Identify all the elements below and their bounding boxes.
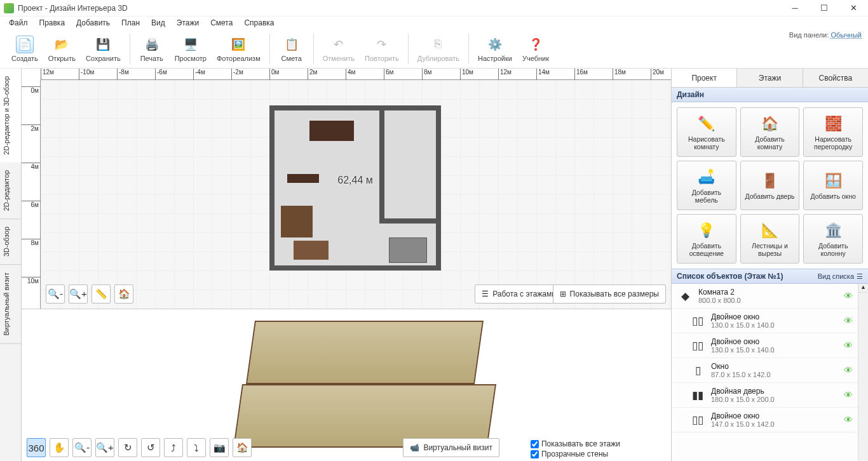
minimize-button[interactable]: ─ <box>780 0 810 17</box>
object-item-2[interactable]: ▯▯Двойное окно130.0 x 15.0 x 140.0👁 <box>672 333 858 358</box>
design-icon-4: 🚪 <box>759 171 780 190</box>
visibility-toggle[interactable]: 👁 <box>844 415 853 425</box>
vtab-1[interactable]: 2D-редактор <box>0 163 21 219</box>
design-icon-6: 💡 <box>696 221 717 240</box>
design-icon-1: 🏠 <box>759 114 780 133</box>
preview-icon: 🖥️ <box>182 36 200 53</box>
vtab-0[interactable]: 2D-редактор и 3D-обзор <box>0 69 21 163</box>
open-button[interactable]: 📂Открыть <box>43 31 81 67</box>
zoom-in-3d-button[interactable]: 🔍+ <box>95 438 114 457</box>
maximize-button[interactable]: ☐ <box>810 0 839 17</box>
design-btn-1[interactable]: 🏠Добавить комнату <box>740 107 800 157</box>
snapshot-button[interactable]: 📷 <box>210 438 229 457</box>
tilt-down-button[interactable]: ⤵ <box>187 438 206 457</box>
undo-button: ↶Отменить <box>318 31 360 67</box>
menu-Правка[interactable]: Правка <box>34 17 71 29</box>
visibility-toggle[interactable]: 👁 <box>844 291 853 301</box>
design-btn-0[interactable]: ✏️Нарисовать комнату <box>677 107 736 157</box>
design-icon-2: 🧱 <box>823 114 843 133</box>
duplicate-button: ⎘Дублировать <box>412 31 465 67</box>
scrollbar[interactable]: ▲ <box>858 284 868 461</box>
print-button[interactable]: 🖨️Печать <box>134 31 170 67</box>
design-icon-3: 🛋️ <box>696 168 717 187</box>
list-view-mode[interactable]: Вид списка ☰ <box>818 272 863 281</box>
object-icon: ◆ <box>677 288 693 304</box>
settings-button[interactable]: ⚙️Настройки <box>473 31 517 67</box>
transparent-walls-checkbox[interactable]: Прозрачные стены <box>531 450 620 458</box>
redo-icon: ↷ <box>373 36 391 53</box>
tutorial-icon: ❓ <box>527 36 545 53</box>
object-item-1[interactable]: ▯▯Двойное окно130.0 x 15.0 x 140.0👁 <box>672 309 858 333</box>
visibility-toggle[interactable]: 👁 <box>844 316 853 326</box>
settings-icon: ⚙️ <box>486 36 504 53</box>
rotate-cw-button[interactable]: ↻ <box>118 438 137 457</box>
object-item-3[interactable]: ▯Окно87.0 x 15.0 x 142.0👁 <box>672 358 858 383</box>
create-button[interactable]: 📄Создать <box>6 31 43 67</box>
close-button[interactable]: ✕ <box>839 0 868 17</box>
floor-plan[interactable]: 62,44 м <box>269 105 441 271</box>
show-all-dims-button[interactable]: ⊞ Показывать все размеры <box>553 284 666 304</box>
object-item-0[interactable]: ◆Комната 2800.0 x 800.0👁 <box>672 284 858 309</box>
zoom-in-button[interactable]: 🔍+ <box>69 284 88 304</box>
ruler-vertical: 0м2м4м6м8м10м <box>22 80 41 309</box>
toolbar: 📄Создать📂Открыть💾Сохранить🖨️Печать🖥️Прос… <box>0 29 868 69</box>
tutorial-button[interactable]: ❓Учебник <box>517 31 554 67</box>
visibility-toggle[interactable]: 👁 <box>844 365 853 375</box>
save-button[interactable]: 💾Сохранить <box>81 31 126 67</box>
virtual-visit-button[interactable]: 📹 Виртуальный визит <box>403 438 499 457</box>
vtab-2[interactable]: 3D-обзор <box>0 219 21 265</box>
orbit-button[interactable]: 360 <box>27 438 46 457</box>
right-tabs: ПроектЭтажиСвойства <box>672 69 868 88</box>
rotate-ccw-button[interactable]: ↺ <box>141 438 160 457</box>
menu-Этажи[interactable]: Этажи <box>172 17 204 29</box>
design-btn-2[interactable]: 🧱Нарисовать перегородку <box>803 107 863 157</box>
design-btn-5[interactable]: 🪟Добавить окно <box>803 161 863 210</box>
menu-Справка[interactable]: Справка <box>239 17 279 29</box>
open-icon: 📂 <box>53 36 71 53</box>
design-btn-3[interactable]: 🛋️Добавить мебель <box>677 161 736 210</box>
home-3d-button[interactable]: 🏠 <box>233 438 252 457</box>
design-btn-6[interactable]: 💡Добавить освещение <box>677 214 736 264</box>
design-btn-7[interactable]: 📐Лестницы и вырезы <box>740 214 800 264</box>
smeta-button[interactable]: 📋Смета <box>274 31 309 67</box>
vtab-3[interactable]: Виртуальный визит <box>0 265 21 344</box>
create-icon: 📄 <box>16 36 34 53</box>
object-item-4[interactable]: ▮▮Двойная дверь180.0 x 15.0 x 200.0👁 <box>672 383 858 408</box>
show-all-floors-checkbox[interactable]: Показывать все этажи <box>531 439 620 448</box>
canvas-3d[interactable]: 360 ✋ 🔍- 🔍+ ↻ ↺ ⤴ ⤵ 📷 🏠 Показывать все э… <box>22 309 671 461</box>
canvas-2d[interactable]: 62,44 м 🔍- 🔍+ 📏 🏠 ☰ Работа с этажами ⊞ П… <box>41 80 671 309</box>
object-icon: ▮▮ <box>689 387 706 403</box>
duplicate-icon: ⎘ <box>430 36 447 53</box>
menu-Вид[interactable]: Вид <box>146 17 170 29</box>
photoreal-icon: 🖼️ <box>229 36 247 53</box>
zoom-out-button[interactable]: 🔍- <box>46 284 65 304</box>
panel-mode-link[interactable]: Обычный <box>831 31 862 39</box>
photoreal-button[interactable]: 🖼️Фотореализм <box>212 31 266 67</box>
menu-Добавить[interactable]: Добавить <box>71 17 115 29</box>
visibility-toggle[interactable]: 👁 <box>844 340 853 351</box>
floors-button[interactable]: ☰ Работа с этажами <box>475 284 563 304</box>
menu-Смета[interactable]: Смета <box>205 17 238 29</box>
design-btn-4[interactable]: 🚪Добавить дверь <box>740 161 800 210</box>
menu-Файл[interactable]: Файл <box>4 17 33 29</box>
house-3d-model[interactable] <box>225 321 498 448</box>
camera-icon: 📹 <box>410 443 419 452</box>
object-icon: ▯▯ <box>689 312 706 329</box>
preview-button[interactable]: 🖥️Просмотр <box>170 31 212 67</box>
rtab-Свойства[interactable]: Свойства <box>803 69 868 87</box>
room-area-label: 62,44 м <box>337 175 372 186</box>
object-list: ◆Комната 2800.0 x 800.0👁▯▯Двойное окно13… <box>672 284 858 461</box>
menu-План[interactable]: План <box>116 17 145 29</box>
zoom-out-3d-button[interactable]: 🔍- <box>72 438 92 457</box>
home-button[interactable]: 🏠 <box>114 284 133 304</box>
measure-button[interactable]: 📏 <box>92 284 111 304</box>
titlebar: Проект - Дизайн Интерьера 3D ─ ☐ ✕ <box>0 0 868 17</box>
visibility-toggle[interactable]: 👁 <box>844 390 853 400</box>
list-icon: ☰ <box>857 272 863 281</box>
pan-button[interactable]: ✋ <box>50 438 69 457</box>
design-btn-8[interactable]: 🏛️Добавить колонну <box>803 214 863 264</box>
tilt-up-button[interactable]: ⤴ <box>164 438 183 457</box>
rtab-Проект[interactable]: Проект <box>672 69 737 87</box>
object-item-5[interactable]: ▯▯Двойное окно147.0 x 15.0 x 142.0👁 <box>672 408 858 432</box>
rtab-Этажи[interactable]: Этажи <box>737 69 803 87</box>
